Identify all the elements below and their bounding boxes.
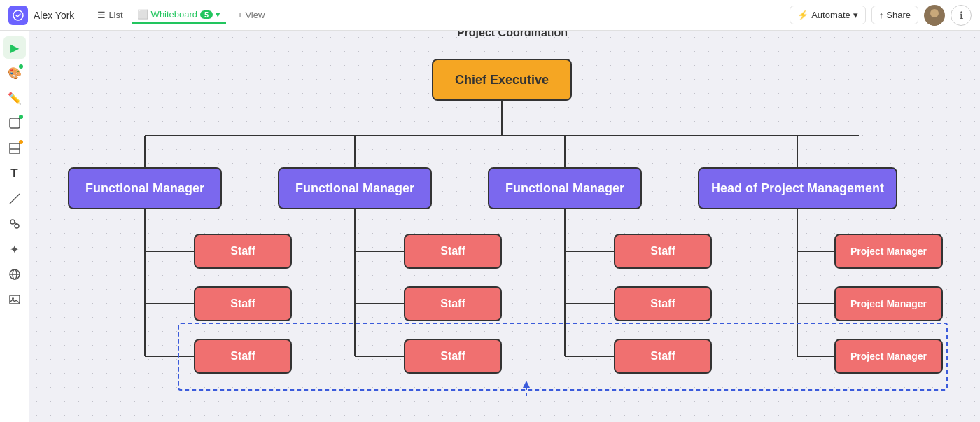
automate-button[interactable]: ⚡ Automate ▾ [790,6,866,24]
svg-point-1 [930,9,939,17]
info-button[interactable]: ℹ [951,5,972,26]
avatar[interactable] [924,5,945,26]
topbar: Alex York ☰ List ⬜ Whiteboard 5 ▾ + View… [0,0,980,31]
whiteboard-badge: 5 [200,10,213,19]
nav-whiteboard[interactable]: ⬜ Whiteboard 5 ▾ [132,6,227,24]
svg-point-2 [927,18,941,26]
username-label[interactable]: Alex York [34,10,74,21]
app-logo [8,6,28,25]
topbar-nav: ☰ List ⬜ Whiteboard 5 ▾ [92,6,226,24]
share-button[interactable]: ↑ Share [872,6,918,24]
topbar-right: ⚡ Automate ▾ ↑ Share ℹ [790,5,972,26]
divider-1 [83,8,83,22]
add-view-button[interactable]: + View [232,7,270,23]
nav-list[interactable]: ☰ List [92,7,128,23]
